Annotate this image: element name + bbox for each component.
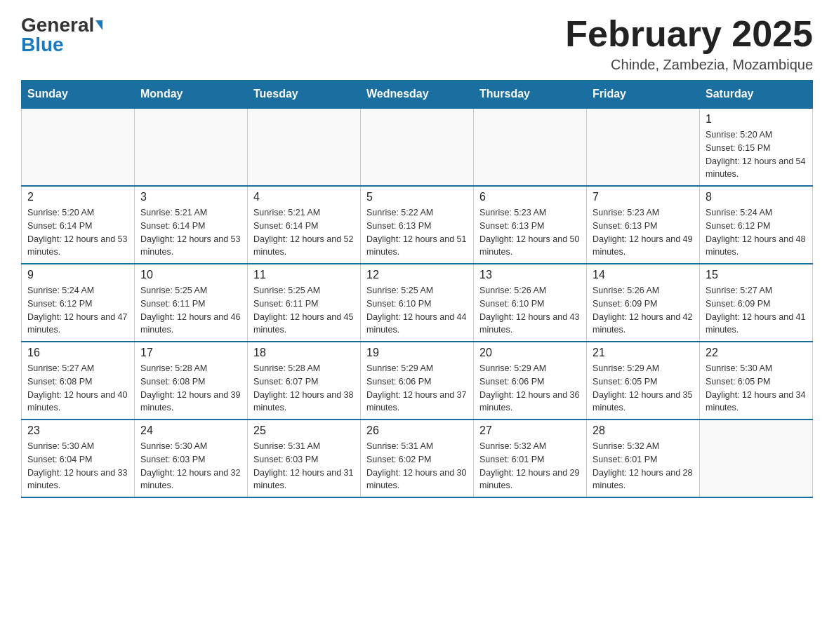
day-number: 12 — [366, 269, 468, 281]
day-info: Sunrise: 5:24 AMSunset: 6:12 PMDaylight:… — [27, 284, 128, 337]
day-number: 28 — [593, 424, 694, 437]
logo-triangle-icon — [95, 20, 102, 30]
day-number: 7 — [593, 191, 694, 203]
calendar-cell — [22, 108, 135, 186]
day-info: Sunrise: 5:25 AMSunset: 6:11 PMDaylight:… — [253, 284, 355, 337]
calendar-cell: 7Sunrise: 5:23 AMSunset: 6:13 PMDaylight… — [587, 186, 700, 264]
day-header-thursday: Thursday — [474, 81, 587, 109]
day-number: 14 — [593, 269, 694, 281]
day-number: 11 — [253, 269, 355, 281]
day-info: Sunrise: 5:28 AMSunset: 6:07 PMDaylight:… — [253, 362, 355, 415]
calendar-cell: 28Sunrise: 5:32 AMSunset: 6:01 PMDayligh… — [587, 420, 700, 497]
calendar-cell: 6Sunrise: 5:23 AMSunset: 6:13 PMDaylight… — [474, 186, 587, 264]
day-number: 19 — [366, 347, 468, 359]
calendar-week-row: 1Sunrise: 5:20 AMSunset: 6:15 PMDaylight… — [22, 108, 813, 186]
calendar-cell: 17Sunrise: 5:28 AMSunset: 6:08 PMDayligh… — [135, 342, 248, 420]
day-number: 27 — [479, 424, 581, 437]
calendar-week-row: 16Sunrise: 5:27 AMSunset: 6:08 PMDayligh… — [22, 342, 813, 420]
calendar-cell: 22Sunrise: 5:30 AMSunset: 6:05 PMDayligh… — [700, 342, 813, 420]
day-info: Sunrise: 5:25 AMSunset: 6:11 PMDaylight:… — [140, 284, 241, 337]
day-info: Sunrise: 5:27 AMSunset: 6:09 PMDaylight:… — [706, 284, 807, 337]
calendar-cell: 18Sunrise: 5:28 AMSunset: 6:07 PMDayligh… — [248, 342, 361, 420]
calendar-cell — [474, 108, 587, 186]
day-number: 26 — [366, 424, 468, 437]
day-header-sunday: Sunday — [22, 81, 135, 109]
title-section: February 2025 Chinde, Zambezia, Mozambiq… — [565, 14, 813, 73]
calendar-cell: 19Sunrise: 5:29 AMSunset: 6:06 PMDayligh… — [361, 342, 474, 420]
day-info: Sunrise: 5:21 AMSunset: 6:14 PMDaylight:… — [253, 206, 355, 259]
calendar-week-row: 23Sunrise: 5:30 AMSunset: 6:04 PMDayligh… — [22, 420, 813, 497]
day-info: Sunrise: 5:20 AMSunset: 6:15 PMDaylight:… — [706, 128, 807, 181]
day-info: Sunrise: 5:29 AMSunset: 6:06 PMDaylight:… — [479, 362, 581, 415]
day-number: 22 — [706, 347, 807, 359]
calendar-cell: 26Sunrise: 5:31 AMSunset: 6:02 PMDayligh… — [361, 420, 474, 497]
calendar-cell: 15Sunrise: 5:27 AMSunset: 6:09 PMDayligh… — [700, 264, 813, 342]
calendar-cell: 9Sunrise: 5:24 AMSunset: 6:12 PMDaylight… — [22, 264, 135, 342]
day-number: 24 — [140, 424, 241, 437]
day-header-wednesday: Wednesday — [361, 81, 474, 109]
day-header-tuesday: Tuesday — [248, 81, 361, 109]
calendar-cell — [700, 420, 813, 497]
calendar-cell: 4Sunrise: 5:21 AMSunset: 6:14 PMDaylight… — [248, 186, 361, 264]
day-number: 2 — [27, 191, 128, 203]
day-info: Sunrise: 5:30 AMSunset: 6:04 PMDaylight:… — [27, 440, 128, 492]
calendar-cell: 25Sunrise: 5:31 AMSunset: 6:03 PMDayligh… — [248, 420, 361, 497]
calendar-cell: 16Sunrise: 5:27 AMSunset: 6:08 PMDayligh… — [22, 342, 135, 420]
day-number: 17 — [140, 347, 241, 359]
day-number: 9 — [27, 269, 128, 281]
day-info: Sunrise: 5:29 AMSunset: 6:05 PMDaylight:… — [593, 362, 694, 415]
day-info: Sunrise: 5:27 AMSunset: 6:08 PMDaylight:… — [27, 362, 128, 415]
day-header-saturday: Saturday — [700, 81, 813, 109]
day-info: Sunrise: 5:31 AMSunset: 6:02 PMDaylight:… — [366, 440, 468, 492]
day-number: 4 — [253, 191, 355, 203]
calendar-cell: 1Sunrise: 5:20 AMSunset: 6:15 PMDaylight… — [700, 108, 813, 186]
calendar-cell: 8Sunrise: 5:24 AMSunset: 6:12 PMDaylight… — [700, 186, 813, 264]
calendar-cell — [135, 108, 248, 186]
calendar-cell — [248, 108, 361, 186]
day-number: 10 — [140, 269, 241, 281]
day-header-friday: Friday — [587, 81, 700, 109]
calendar-table: SundayMondayTuesdayWednesdayThursdayFrid… — [21, 80, 813, 498]
logo: General Blue — [21, 14, 102, 56]
calendar-cell: 11Sunrise: 5:25 AMSunset: 6:11 PMDayligh… — [248, 264, 361, 342]
calendar-cell: 5Sunrise: 5:22 AMSunset: 6:13 PMDaylight… — [361, 186, 474, 264]
day-info: Sunrise: 5:26 AMSunset: 6:09 PMDaylight:… — [593, 284, 694, 337]
month-title: February 2025 — [565, 14, 813, 54]
calendar-cell: 21Sunrise: 5:29 AMSunset: 6:05 PMDayligh… — [587, 342, 700, 420]
day-number: 5 — [366, 191, 468, 203]
day-number: 21 — [593, 347, 694, 359]
day-number: 1 — [706, 113, 807, 126]
day-number: 18 — [253, 347, 355, 359]
day-info: Sunrise: 5:24 AMSunset: 6:12 PMDaylight:… — [706, 206, 807, 259]
day-info: Sunrise: 5:20 AMSunset: 6:14 PMDaylight:… — [27, 206, 128, 259]
calendar-cell: 3Sunrise: 5:21 AMSunset: 6:14 PMDaylight… — [135, 186, 248, 264]
day-info: Sunrise: 5:23 AMSunset: 6:13 PMDaylight:… — [479, 206, 581, 259]
day-number: 8 — [706, 191, 807, 203]
calendar-cell: 14Sunrise: 5:26 AMSunset: 6:09 PMDayligh… — [587, 264, 700, 342]
day-number: 16 — [27, 347, 128, 359]
day-info: Sunrise: 5:26 AMSunset: 6:10 PMDaylight:… — [479, 284, 581, 337]
day-info: Sunrise: 5:30 AMSunset: 6:03 PMDaylight:… — [140, 440, 241, 492]
day-info: Sunrise: 5:31 AMSunset: 6:03 PMDaylight:… — [253, 440, 355, 492]
calendar-cell: 13Sunrise: 5:26 AMSunset: 6:10 PMDayligh… — [474, 264, 587, 342]
day-info: Sunrise: 5:22 AMSunset: 6:13 PMDaylight:… — [366, 206, 468, 259]
location: Chinde, Zambezia, Mozambique — [565, 57, 813, 73]
calendar-cell: 2Sunrise: 5:20 AMSunset: 6:14 PMDaylight… — [22, 186, 135, 264]
day-info: Sunrise: 5:32 AMSunset: 6:01 PMDaylight:… — [593, 440, 694, 492]
day-number: 15 — [706, 269, 807, 281]
calendar-week-row: 9Sunrise: 5:24 AMSunset: 6:12 PMDaylight… — [22, 264, 813, 342]
calendar-cell: 23Sunrise: 5:30 AMSunset: 6:04 PMDayligh… — [22, 420, 135, 497]
day-number: 3 — [140, 191, 241, 203]
calendar-cell: 27Sunrise: 5:32 AMSunset: 6:01 PMDayligh… — [474, 420, 587, 497]
day-header-monday: Monday — [135, 81, 248, 109]
day-number: 23 — [27, 424, 128, 437]
day-number: 20 — [479, 347, 581, 359]
day-number: 25 — [253, 424, 355, 437]
calendar-header-row: SundayMondayTuesdayWednesdayThursdayFrid… — [22, 81, 813, 109]
page-header: General Blue February 2025 Chinde, Zambe… — [21, 14, 813, 73]
calendar-cell: 24Sunrise: 5:30 AMSunset: 6:03 PMDayligh… — [135, 420, 248, 497]
calendar-cell: 10Sunrise: 5:25 AMSunset: 6:11 PMDayligh… — [135, 264, 248, 342]
day-info: Sunrise: 5:28 AMSunset: 6:08 PMDaylight:… — [140, 362, 241, 415]
day-number: 13 — [479, 269, 581, 281]
day-info: Sunrise: 5:30 AMSunset: 6:05 PMDaylight:… — [706, 362, 807, 415]
